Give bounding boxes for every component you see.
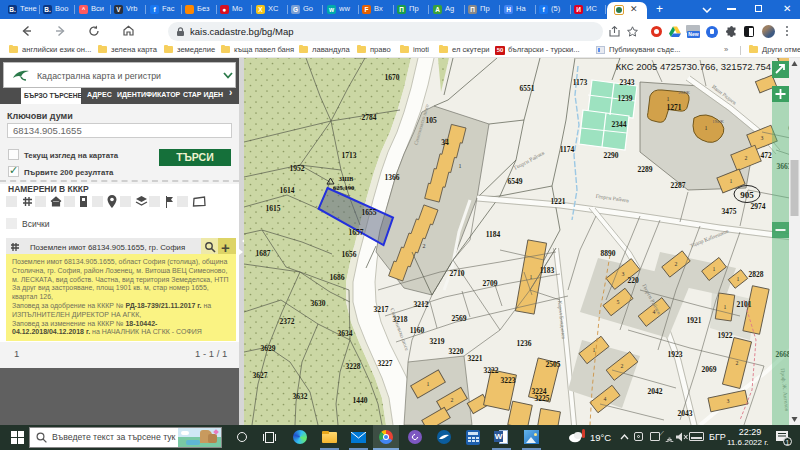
svg-text:2МЖ: 2МЖ (678, 90, 690, 95)
svg-text:1921: 1921 (687, 316, 702, 325)
svg-text:2289: 2289 (638, 165, 653, 174)
svg-text:3630: 3630 (311, 299, 326, 308)
svg-text:6551: 6551 (520, 84, 535, 93)
svg-text:1МЖ: 1МЖ (712, 119, 724, 124)
svg-text:3629: 3629 (261, 344, 276, 353)
svg-text:2505: 2505 (546, 360, 561, 369)
svg-text:3212: 3212 (414, 300, 429, 309)
svg-text:3228: 3228 (346, 362, 361, 371)
svg-text:1160: 1160 (410, 326, 425, 335)
svg-text:3225: 3225 (535, 394, 550, 403)
svg-text:1271: 1271 (667, 103, 682, 112)
svg-text:3: 3 (727, 398, 730, 404)
svg-text:1221: 1221 (551, 197, 566, 206)
svg-text:472: 472 (760, 151, 772, 160)
svg-text:3222: 3222 (484, 366, 499, 375)
svg-text:1: 1 (724, 304, 727, 310)
svg-text:1: 1 (459, 163, 462, 169)
svg-text:1236: 1236 (517, 339, 532, 348)
svg-text:1: 1 (427, 381, 430, 387)
svg-text:5: 5 (617, 299, 620, 305)
svg-text:2: 2 (745, 155, 748, 161)
svg-text:1713: 1713 (342, 151, 357, 160)
svg-text:2: 2 (736, 360, 739, 366)
svg-text:3475: 3475 (722, 207, 737, 216)
svg-text:2101: 2101 (737, 300, 752, 309)
svg-text:2569: 2569 (452, 314, 467, 323)
svg-text:1657: 1657 (349, 228, 364, 237)
svg-text:1670: 1670 (385, 73, 400, 82)
svg-text:1615: 1615 (266, 204, 281, 213)
svg-text:2043: 2043 (678, 409, 693, 418)
svg-text:3: 3 (622, 271, 625, 277)
svg-text:220: 220 (627, 276, 639, 285)
svg-text:905: 905 (740, 190, 754, 200)
svg-text:3223: 3223 (501, 376, 516, 385)
svg-text:1687: 1687 (256, 249, 271, 258)
svg-text:625.190: 625.190 (333, 184, 354, 191)
svg-text:2344: 2344 (612, 120, 627, 129)
svg-text:1173: 1173 (573, 78, 588, 87)
svg-text:2343: 2343 (620, 78, 635, 87)
svg-text:3627: 3627 (253, 371, 268, 380)
svg-text:6549: 6549 (508, 177, 523, 186)
svg-text:34: 34 (441, 138, 449, 147)
svg-text:3632: 3632 (293, 392, 308, 401)
svg-text:1655: 1655 (362, 208, 377, 217)
svg-text:1183: 1183 (540, 266, 555, 275)
svg-text:1: 1 (667, 96, 670, 102)
svg-text:3220: 3220 (449, 347, 464, 356)
svg-text:2: 2 (621, 363, 624, 369)
svg-text:2287: 2287 (671, 181, 686, 190)
svg-text:3217: 3217 (374, 305, 389, 314)
svg-text:1: 1 (730, 178, 733, 184)
svg-text:3219: 3219 (430, 337, 445, 346)
svg-text:1952: 1952 (290, 164, 305, 173)
svg-text:1923: 1923 (668, 350, 683, 359)
svg-text:3: 3 (761, 135, 764, 141)
svg-text:2709: 2709 (483, 279, 498, 288)
svg-text:2290: 2290 (604, 151, 619, 160)
svg-text:4: 4 (604, 396, 607, 402)
svg-text:2: 2 (675, 261, 678, 267)
svg-text:1: 1 (713, 266, 716, 272)
svg-text:1239: 1239 (618, 94, 633, 103)
svg-text:1: 1 (737, 276, 740, 282)
svg-text:105: 105 (425, 116, 437, 125)
svg-text:2069: 2069 (702, 365, 717, 374)
svg-text:1184: 1184 (486, 230, 501, 239)
svg-text:1: 1 (593, 347, 596, 353)
svg-text:2974: 2974 (751, 202, 766, 211)
svg-text:1: 1 (705, 125, 708, 131)
svg-text:2: 2 (423, 243, 426, 249)
svg-text:2042: 2042 (648, 387, 663, 396)
svg-text:1440: 1440 (353, 396, 368, 405)
svg-text:2710: 2710 (450, 269, 465, 278)
svg-text:1366: 1366 (385, 173, 400, 182)
svg-text:2372: 2372 (280, 317, 295, 326)
svg-text:1922: 1922 (718, 331, 733, 340)
svg-text:1686: 1686 (330, 273, 345, 282)
svg-text:3634: 3634 (338, 329, 353, 338)
svg-text:1174: 1174 (560, 145, 575, 154)
svg-text:ККС 2005 4725730.766, 321572.7: ККС 2005 4725730.766, 321572.754 (616, 61, 771, 72)
svg-text:2: 2 (451, 397, 454, 403)
svg-text:2828: 2828 (749, 270, 764, 279)
svg-text:1614: 1614 (280, 186, 295, 195)
svg-text:ЗШВ: ЗШВ (339, 175, 355, 182)
svg-text:3221: 3221 (468, 354, 483, 363)
svg-text:3227: 3227 (378, 359, 393, 368)
svg-text:2784: 2784 (362, 113, 377, 122)
svg-text:8890: 8890 (601, 249, 616, 258)
svg-text:1656: 1656 (342, 250, 357, 259)
